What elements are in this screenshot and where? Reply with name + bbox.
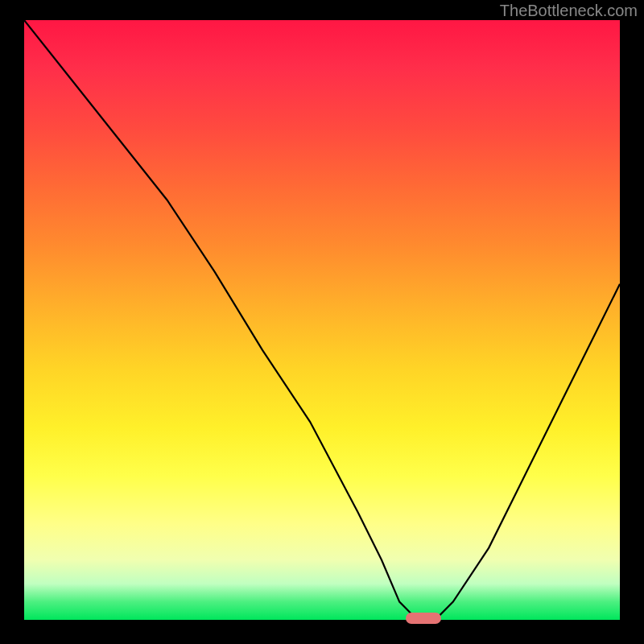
curve-layer bbox=[24, 20, 620, 620]
plot-area bbox=[24, 20, 620, 620]
bottleneck-curve bbox=[24, 20, 620, 620]
chart-container: TheBottleneck.com bbox=[0, 0, 644, 644]
watermark-text: TheBottleneck.com bbox=[500, 2, 638, 20]
optimal-marker bbox=[406, 613, 441, 624]
